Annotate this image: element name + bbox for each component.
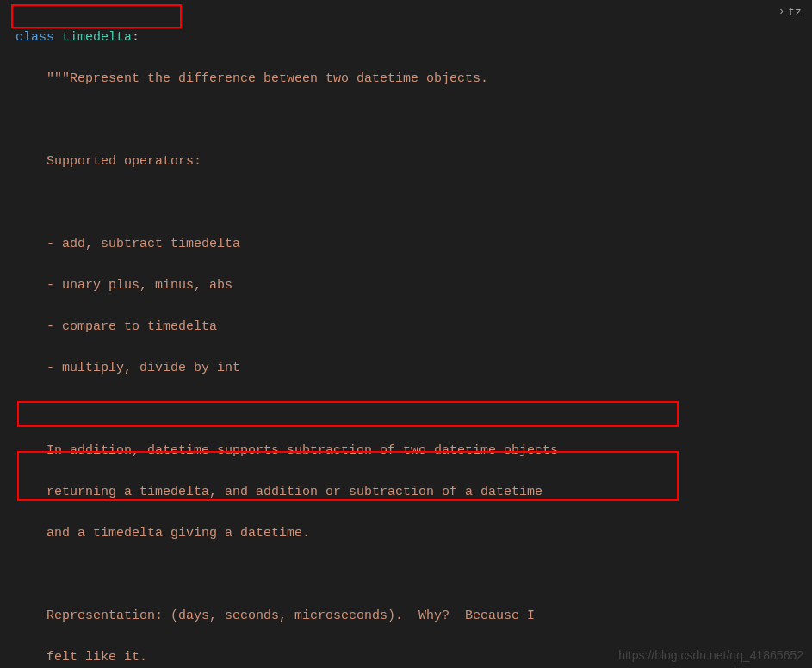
code-line (15, 110, 777, 131)
breadcrumb-label: tz (788, 4, 802, 22)
code-line: - multiply, divide by int (15, 358, 777, 379)
keyword: class (15, 30, 54, 45)
code-line: and a timedelta giving a datetime. (15, 523, 777, 544)
code-content: class timedelta: """Represent the differ… (15, 7, 777, 668)
code-line: - add, subtract timedelta (15, 234, 777, 255)
breadcrumb-bar[interactable]: › tz (777, 3, 812, 22)
code-line (15, 399, 777, 420)
class-name: timedelta (62, 30, 132, 45)
code-line: - compare to timedelta (15, 317, 777, 337)
code-line: In addition, datetime supports subtracti… (15, 441, 777, 461)
code-line (15, 193, 777, 213)
code-line: - unary plus, minus, abs (15, 275, 777, 296)
code-line (15, 565, 777, 585)
code-line: """Represent the difference between two … (15, 69, 777, 90)
chevron-right-icon: › (778, 4, 784, 21)
code-line: Supported operators: (15, 152, 777, 172)
code-line: Representation: (days, seconds, microsec… (15, 606, 777, 627)
code-line: felt like it. (15, 647, 777, 668)
code-line: returning a timedelta, and addition or s… (15, 482, 777, 503)
code-line: class timedelta: (15, 28, 777, 48)
code-editor[interactable]: class timedelta: """Represent the differ… (0, 0, 777, 668)
